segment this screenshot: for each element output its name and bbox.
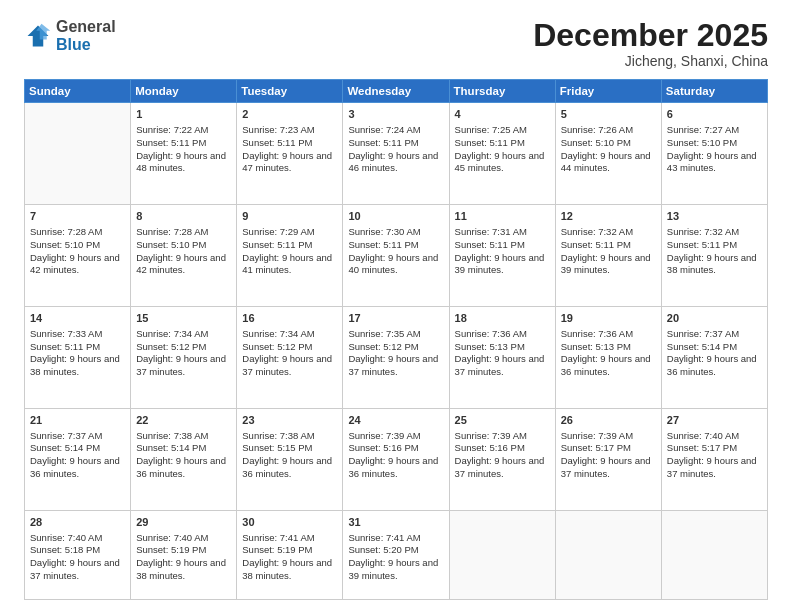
cell-w3-d4: 18Sunrise: 7:36 AMSunset: 5:13 PMDayligh… — [449, 306, 555, 408]
cell-info: Sunrise: 7:36 AMSunset: 5:13 PMDaylight:… — [561, 328, 656, 379]
cell-w5-d5 — [555, 510, 661, 599]
cell-info: Sunrise: 7:32 AMSunset: 5:11 PMDaylight:… — [667, 226, 762, 277]
cell-w3-d6: 20Sunrise: 7:37 AMSunset: 5:14 PMDayligh… — [661, 306, 767, 408]
cell-info: Sunrise: 7:25 AMSunset: 5:11 PMDaylight:… — [455, 124, 550, 175]
cell-info: Sunrise: 7:38 AMSunset: 5:14 PMDaylight:… — [136, 430, 231, 481]
day-number: 8 — [136, 209, 231, 224]
cell-w1-d2: 2Sunrise: 7:23 AMSunset: 5:11 PMDaylight… — [237, 103, 343, 205]
col-monday: Monday — [131, 80, 237, 103]
day-number: 22 — [136, 413, 231, 428]
cell-info: Sunrise: 7:24 AMSunset: 5:11 PMDaylight:… — [348, 124, 443, 175]
day-number: 16 — [242, 311, 337, 326]
week-row-2: 7Sunrise: 7:28 AMSunset: 5:10 PMDaylight… — [25, 205, 768, 307]
cell-info: Sunrise: 7:41 AMSunset: 5:20 PMDaylight:… — [348, 532, 443, 583]
day-number: 19 — [561, 311, 656, 326]
day-number: 17 — [348, 311, 443, 326]
cell-w5-d6 — [661, 510, 767, 599]
day-number: 7 — [30, 209, 125, 224]
day-number: 20 — [667, 311, 762, 326]
cell-w5-d3: 31Sunrise: 7:41 AMSunset: 5:20 PMDayligh… — [343, 510, 449, 599]
calendar-header-row: Sunday Monday Tuesday Wednesday Thursday… — [25, 80, 768, 103]
day-number: 5 — [561, 107, 656, 122]
cell-w3-d0: 14Sunrise: 7:33 AMSunset: 5:11 PMDayligh… — [25, 306, 131, 408]
cell-info: Sunrise: 7:38 AMSunset: 5:15 PMDaylight:… — [242, 430, 337, 481]
location-subtitle: Jicheng, Shanxi, China — [533, 53, 768, 69]
cell-w1-d1: 1Sunrise: 7:22 AMSunset: 5:11 PMDaylight… — [131, 103, 237, 205]
cell-info: Sunrise: 7:28 AMSunset: 5:10 PMDaylight:… — [136, 226, 231, 277]
day-number: 21 — [30, 413, 125, 428]
day-number: 28 — [30, 515, 125, 530]
logo-text: General Blue — [56, 18, 116, 53]
cell-w3-d2: 16Sunrise: 7:34 AMSunset: 5:12 PMDayligh… — [237, 306, 343, 408]
cell-w2-d0: 7Sunrise: 7:28 AMSunset: 5:10 PMDaylight… — [25, 205, 131, 307]
day-number: 6 — [667, 107, 762, 122]
logo: General Blue — [24, 18, 116, 53]
cell-w2-d2: 9Sunrise: 7:29 AMSunset: 5:11 PMDaylight… — [237, 205, 343, 307]
cell-w4-d5: 26Sunrise: 7:39 AMSunset: 5:17 PMDayligh… — [555, 408, 661, 510]
cell-info: Sunrise: 7:37 AMSunset: 5:14 PMDaylight:… — [30, 430, 125, 481]
cell-info: Sunrise: 7:22 AMSunset: 5:11 PMDaylight:… — [136, 124, 231, 175]
week-row-5: 28Sunrise: 7:40 AMSunset: 5:18 PMDayligh… — [25, 510, 768, 599]
col-friday: Friday — [555, 80, 661, 103]
day-number: 18 — [455, 311, 550, 326]
col-thursday: Thursday — [449, 80, 555, 103]
cell-info: Sunrise: 7:39 AMSunset: 5:17 PMDaylight:… — [561, 430, 656, 481]
cell-w3-d1: 15Sunrise: 7:34 AMSunset: 5:12 PMDayligh… — [131, 306, 237, 408]
cell-info: Sunrise: 7:34 AMSunset: 5:12 PMDaylight:… — [242, 328, 337, 379]
cell-info: Sunrise: 7:33 AMSunset: 5:11 PMDaylight:… — [30, 328, 125, 379]
day-number: 1 — [136, 107, 231, 122]
day-number: 25 — [455, 413, 550, 428]
page: General Blue December 2025 Jicheng, Shan… — [0, 0, 792, 612]
cell-w2-d4: 11Sunrise: 7:31 AMSunset: 5:11 PMDayligh… — [449, 205, 555, 307]
cell-info: Sunrise: 7:28 AMSunset: 5:10 PMDaylight:… — [30, 226, 125, 277]
cell-w5-d0: 28Sunrise: 7:40 AMSunset: 5:18 PMDayligh… — [25, 510, 131, 599]
cell-w2-d5: 12Sunrise: 7:32 AMSunset: 5:11 PMDayligh… — [555, 205, 661, 307]
day-number: 26 — [561, 413, 656, 428]
cell-w2-d6: 13Sunrise: 7:32 AMSunset: 5:11 PMDayligh… — [661, 205, 767, 307]
cell-w2-d3: 10Sunrise: 7:30 AMSunset: 5:11 PMDayligh… — [343, 205, 449, 307]
cell-info: Sunrise: 7:23 AMSunset: 5:11 PMDaylight:… — [242, 124, 337, 175]
cell-w1-d0 — [25, 103, 131, 205]
day-number: 14 — [30, 311, 125, 326]
cell-info: Sunrise: 7:40 AMSunset: 5:17 PMDaylight:… — [667, 430, 762, 481]
cell-w5-d2: 30Sunrise: 7:41 AMSunset: 5:19 PMDayligh… — [237, 510, 343, 599]
cell-info: Sunrise: 7:27 AMSunset: 5:10 PMDaylight:… — [667, 124, 762, 175]
day-number: 23 — [242, 413, 337, 428]
cell-w5-d4 — [449, 510, 555, 599]
cell-w5-d1: 29Sunrise: 7:40 AMSunset: 5:19 PMDayligh… — [131, 510, 237, 599]
cell-info: Sunrise: 7:36 AMSunset: 5:13 PMDaylight:… — [455, 328, 550, 379]
calendar-table: Sunday Monday Tuesday Wednesday Thursday… — [24, 79, 768, 600]
day-number: 31 — [348, 515, 443, 530]
day-number: 3 — [348, 107, 443, 122]
month-title: December 2025 — [533, 18, 768, 53]
logo-icon — [24, 22, 52, 50]
cell-info: Sunrise: 7:40 AMSunset: 5:19 PMDaylight:… — [136, 532, 231, 583]
day-number: 27 — [667, 413, 762, 428]
cell-info: Sunrise: 7:31 AMSunset: 5:11 PMDaylight:… — [455, 226, 550, 277]
cell-info: Sunrise: 7:30 AMSunset: 5:11 PMDaylight:… — [348, 226, 443, 277]
logo-general: General — [56, 18, 116, 35]
logo-blue: Blue — [56, 36, 91, 53]
day-number: 4 — [455, 107, 550, 122]
cell-w2-d1: 8Sunrise: 7:28 AMSunset: 5:10 PMDaylight… — [131, 205, 237, 307]
cell-w1-d3: 3Sunrise: 7:24 AMSunset: 5:11 PMDaylight… — [343, 103, 449, 205]
day-number: 13 — [667, 209, 762, 224]
cell-w4-d3: 24Sunrise: 7:39 AMSunset: 5:16 PMDayligh… — [343, 408, 449, 510]
week-row-4: 21Sunrise: 7:37 AMSunset: 5:14 PMDayligh… — [25, 408, 768, 510]
day-number: 30 — [242, 515, 337, 530]
cell-w1-d5: 5Sunrise: 7:26 AMSunset: 5:10 PMDaylight… — [555, 103, 661, 205]
day-number: 24 — [348, 413, 443, 428]
cell-info: Sunrise: 7:26 AMSunset: 5:10 PMDaylight:… — [561, 124, 656, 175]
week-row-3: 14Sunrise: 7:33 AMSunset: 5:11 PMDayligh… — [25, 306, 768, 408]
cell-w4-d2: 23Sunrise: 7:38 AMSunset: 5:15 PMDayligh… — [237, 408, 343, 510]
cell-w4-d6: 27Sunrise: 7:40 AMSunset: 5:17 PMDayligh… — [661, 408, 767, 510]
col-sunday: Sunday — [25, 80, 131, 103]
col-saturday: Saturday — [661, 80, 767, 103]
cell-info: Sunrise: 7:40 AMSunset: 5:18 PMDaylight:… — [30, 532, 125, 583]
cell-info: Sunrise: 7:39 AMSunset: 5:16 PMDaylight:… — [455, 430, 550, 481]
cell-info: Sunrise: 7:32 AMSunset: 5:11 PMDaylight:… — [561, 226, 656, 277]
cell-w4-d4: 25Sunrise: 7:39 AMSunset: 5:16 PMDayligh… — [449, 408, 555, 510]
day-number: 12 — [561, 209, 656, 224]
week-row-1: 1Sunrise: 7:22 AMSunset: 5:11 PMDaylight… — [25, 103, 768, 205]
day-number: 29 — [136, 515, 231, 530]
